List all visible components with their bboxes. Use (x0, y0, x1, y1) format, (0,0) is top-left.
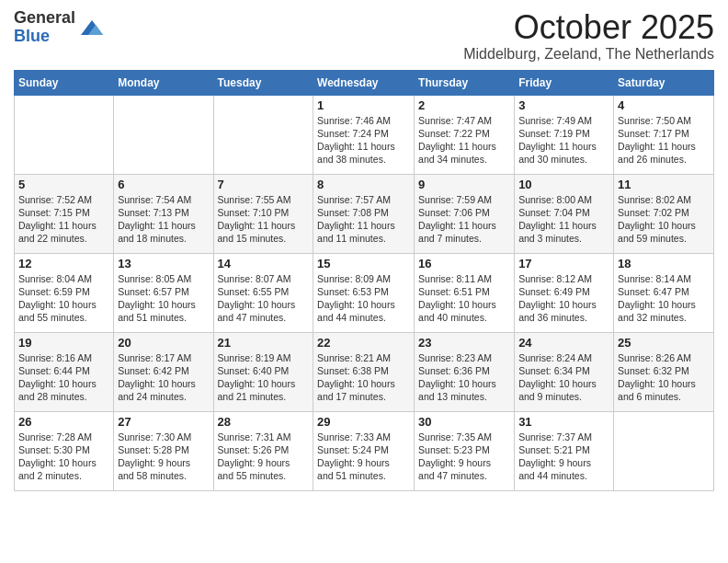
day-number: 11 (618, 178, 710, 191)
weekday-header: Thursday (415, 70, 515, 95)
calendar-day-cell: 10Sunrise: 8:00 AM Sunset: 7:04 PM Dayli… (515, 174, 614, 253)
calendar-day-cell: 1Sunrise: 7:46 AM Sunset: 7:24 PM Daylig… (313, 95, 415, 174)
calendar-day-cell: 25Sunrise: 8:26 AM Sunset: 6:32 PM Dayli… (614, 332, 714, 411)
day-info: Sunrise: 7:31 AM Sunset: 5:26 PM Dayligh… (218, 431, 310, 483)
calendar-day-cell: 12Sunrise: 8:04 AM Sunset: 6:59 PM Dayli… (15, 253, 114, 332)
calendar-day-cell: 18Sunrise: 8:14 AM Sunset: 6:47 PM Dayli… (614, 253, 714, 332)
calendar-day-cell: 13Sunrise: 8:05 AM Sunset: 6:57 PM Dayli… (114, 253, 213, 332)
day-info: Sunrise: 8:26 AM Sunset: 6:32 PM Dayligh… (618, 351, 710, 404)
calendar-day-cell: 19Sunrise: 8:16 AM Sunset: 6:44 PM Dayli… (15, 332, 114, 411)
calendar-week-row: 12Sunrise: 8:04 AM Sunset: 6:59 PM Dayli… (15, 253, 714, 332)
calendar-day-cell: 26Sunrise: 7:28 AM Sunset: 5:30 PM Dayli… (15, 411, 114, 490)
day-number: 1 (317, 98, 410, 112)
logo-general: General (14, 9, 75, 28)
calendar-day-cell: 28Sunrise: 7:31 AM Sunset: 5:26 PM Dayli… (213, 411, 313, 490)
day-number: 15 (317, 257, 410, 270)
day-number: 29 (317, 415, 410, 429)
day-info: Sunrise: 8:04 AM Sunset: 6:59 PM Dayligh… (18, 272, 109, 325)
calendar-day-cell: 29Sunrise: 7:33 AM Sunset: 5:24 PM Dayli… (313, 411, 415, 490)
calendar-day-cell: 27Sunrise: 7:30 AM Sunset: 5:28 PM Dayli… (114, 411, 213, 490)
day-info: Sunrise: 7:28 AM Sunset: 5:30 PM Dayligh… (18, 431, 109, 483)
title-block: October 2025 Middelburg, Zeeland, The Ne… (463, 9, 714, 63)
day-number: 17 (518, 257, 609, 270)
day-info: Sunrise: 8:00 AM Sunset: 7:04 PM Dayligh… (518, 193, 609, 246)
day-info: Sunrise: 7:59 AM Sunset: 7:06 PM Dayligh… (418, 193, 510, 246)
day-info: Sunrise: 8:09 AM Sunset: 6:53 PM Dayligh… (317, 272, 410, 325)
calendar-week-row: 1Sunrise: 7:46 AM Sunset: 7:24 PM Daylig… (15, 95, 714, 174)
day-info: Sunrise: 7:37 AM Sunset: 5:21 PM Dayligh… (518, 431, 609, 483)
day-number: 13 (118, 257, 209, 270)
day-info: Sunrise: 8:16 AM Sunset: 6:44 PM Dayligh… (18, 351, 109, 404)
day-info: Sunrise: 7:47 AM Sunset: 7:22 PM Dayligh… (418, 114, 510, 167)
day-number: 18 (618, 257, 710, 270)
page: General Blue October 2025 Middelburg, Ze… (0, 0, 728, 563)
calendar-day-cell: 14Sunrise: 8:07 AM Sunset: 6:55 PM Dayli… (213, 253, 313, 332)
day-number: 27 (118, 415, 209, 429)
calendar-day-cell: 24Sunrise: 8:24 AM Sunset: 6:34 PM Dayli… (515, 332, 614, 411)
calendar-day-cell: 3Sunrise: 7:49 AM Sunset: 7:19 PM Daylig… (515, 95, 614, 174)
day-info: Sunrise: 8:05 AM Sunset: 6:57 PM Dayligh… (118, 272, 209, 325)
day-info: Sunrise: 7:49 AM Sunset: 7:19 PM Dayligh… (518, 114, 609, 167)
logo-text: General Blue (14, 9, 75, 46)
weekday-header: Wednesday (313, 70, 415, 95)
logo: General Blue (14, 9, 107, 46)
day-info: Sunrise: 7:35 AM Sunset: 5:23 PM Dayligh… (418, 431, 510, 483)
day-number: 22 (317, 336, 410, 350)
day-info: Sunrise: 8:19 AM Sunset: 6:40 PM Dayligh… (218, 351, 310, 404)
day-info: Sunrise: 8:21 AM Sunset: 6:38 PM Dayligh… (317, 351, 410, 404)
day-info: Sunrise: 7:52 AM Sunset: 7:15 PM Dayligh… (18, 193, 109, 246)
calendar-day-cell: 22Sunrise: 8:21 AM Sunset: 6:38 PM Dayli… (313, 332, 415, 411)
calendar-week-row: 19Sunrise: 8:16 AM Sunset: 6:44 PM Dayli… (15, 332, 714, 411)
day-info: Sunrise: 8:02 AM Sunset: 7:02 PM Dayligh… (618, 193, 710, 246)
calendar-day-cell: 20Sunrise: 8:17 AM Sunset: 6:42 PM Dayli… (114, 332, 213, 411)
day-info: Sunrise: 8:17 AM Sunset: 6:42 PM Dayligh… (118, 351, 209, 404)
calendar-day-cell: 21Sunrise: 8:19 AM Sunset: 6:40 PM Dayli… (213, 332, 313, 411)
calendar-day-cell: 23Sunrise: 8:23 AM Sunset: 6:36 PM Dayli… (415, 332, 515, 411)
day-number: 7 (218, 178, 310, 191)
day-number: 10 (518, 178, 609, 191)
calendar-table: SundayMondayTuesdayWednesdayThursdayFrid… (14, 70, 714, 491)
day-number: 16 (418, 257, 510, 270)
day-number: 14 (218, 257, 310, 270)
calendar-day-cell: 17Sunrise: 8:12 AM Sunset: 6:49 PM Dayli… (515, 253, 614, 332)
day-number: 3 (518, 98, 609, 112)
calendar-header-row: SundayMondayTuesdayWednesdayThursdayFrid… (15, 70, 714, 95)
day-number: 24 (518, 336, 609, 350)
month-title: October 2025 (463, 9, 714, 46)
calendar-day-cell (614, 411, 714, 490)
day-info: Sunrise: 7:30 AM Sunset: 5:28 PM Dayligh… (118, 431, 209, 483)
weekday-header: Tuesday (213, 70, 313, 95)
calendar-day-cell: 2Sunrise: 7:47 AM Sunset: 7:22 PM Daylig… (415, 95, 515, 174)
calendar-day-cell: 15Sunrise: 8:09 AM Sunset: 6:53 PM Dayli… (313, 253, 415, 332)
weekday-header: Sunday (15, 70, 114, 95)
location-title: Middelburg, Zeeland, The Netherlands (463, 46, 714, 63)
logo-blue: Blue (14, 28, 75, 46)
day-number: 31 (518, 415, 609, 429)
day-number: 4 (618, 98, 710, 112)
day-info: Sunrise: 7:46 AM Sunset: 7:24 PM Dayligh… (317, 114, 410, 167)
calendar-day-cell: 11Sunrise: 8:02 AM Sunset: 7:02 PM Dayli… (614, 174, 714, 253)
header: General Blue October 2025 Middelburg, Ze… (14, 9, 714, 63)
day-info: Sunrise: 8:07 AM Sunset: 6:55 PM Dayligh… (218, 272, 310, 325)
day-number: 26 (18, 415, 109, 429)
day-number: 9 (418, 178, 510, 191)
calendar-day-cell: 7Sunrise: 7:55 AM Sunset: 7:10 PM Daylig… (213, 174, 313, 253)
day-number: 6 (118, 178, 209, 191)
day-info: Sunrise: 7:54 AM Sunset: 7:13 PM Dayligh… (118, 193, 209, 246)
calendar-day-cell: 30Sunrise: 7:35 AM Sunset: 5:23 PM Dayli… (415, 411, 515, 490)
calendar-day-cell (15, 95, 114, 174)
day-number: 12 (18, 257, 109, 270)
calendar-day-cell: 9Sunrise: 7:59 AM Sunset: 7:06 PM Daylig… (415, 174, 515, 253)
calendar-week-row: 26Sunrise: 7:28 AM Sunset: 5:30 PM Dayli… (15, 411, 714, 490)
day-number: 30 (418, 415, 510, 429)
day-number: 19 (18, 336, 109, 350)
weekday-header: Monday (114, 70, 213, 95)
calendar-day-cell: 6Sunrise: 7:54 AM Sunset: 7:13 PM Daylig… (114, 174, 213, 253)
day-info: Sunrise: 7:33 AM Sunset: 5:24 PM Dayligh… (317, 431, 410, 483)
day-info: Sunrise: 8:12 AM Sunset: 6:49 PM Dayligh… (518, 272, 609, 325)
weekday-header: Friday (515, 70, 614, 95)
day-info: Sunrise: 7:50 AM Sunset: 7:17 PM Dayligh… (618, 114, 710, 167)
day-number: 21 (218, 336, 310, 350)
weekday-header: Saturday (614, 70, 714, 95)
day-info: Sunrise: 8:14 AM Sunset: 6:47 PM Dayligh… (618, 272, 710, 325)
